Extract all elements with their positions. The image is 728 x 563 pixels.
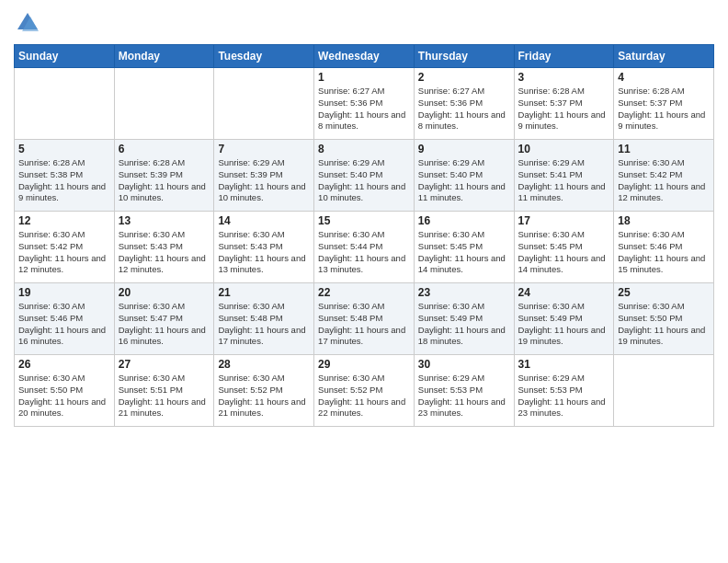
day-info: Sunrise: 6:30 AMSunset: 5:47 PMDaylight:… — [119, 301, 210, 348]
calendar-cell: 12Sunrise: 6:30 AMSunset: 5:42 PMDayligh… — [15, 212, 115, 283]
calendar-cell: 11Sunrise: 6:30 AMSunset: 5:42 PMDayligh… — [614, 140, 714, 212]
day-info: Sunrise: 6:28 AMSunset: 5:37 PMDaylight:… — [618, 86, 710, 132]
day-number: 26 — [18, 358, 110, 371]
calendar-table: SundayMondayTuesdayWednesdayThursdayFrid… — [14, 44, 714, 427]
calendar-cell: 26Sunrise: 6:30 AMSunset: 5:50 PMDayligh… — [15, 355, 115, 427]
day-info: Sunrise: 6:30 AMSunset: 5:46 PMDaylight:… — [18, 301, 110, 348]
weekday-header: Sunday — [15, 45, 115, 68]
weekday-header: Friday — [514, 45, 614, 68]
day-info: Sunrise: 6:30 AMSunset: 5:49 PMDaylight:… — [418, 301, 510, 348]
calendar-cell: 29Sunrise: 6:30 AMSunset: 5:52 PMDayligh… — [314, 355, 415, 427]
weekday-header: Thursday — [414, 45, 514, 68]
calendar-cell: 15Sunrise: 6:30 AMSunset: 5:44 PMDayligh… — [314, 212, 415, 283]
calendar-cell: 22Sunrise: 6:30 AMSunset: 5:48 PMDayligh… — [314, 283, 415, 355]
calendar-cell — [114, 68, 214, 140]
day-number: 14 — [218, 214, 310, 227]
day-number: 24 — [518, 286, 610, 299]
calendar-cell — [614, 355, 714, 427]
calendar-cell: 9Sunrise: 6:29 AMSunset: 5:40 PMDaylight… — [414, 140, 514, 212]
page: SundayMondayTuesdayWednesdayThursdayFrid… — [0, 0, 728, 563]
day-number: 15 — [318, 214, 410, 227]
day-info: Sunrise: 6:30 AMSunset: 5:51 PMDaylight:… — [119, 373, 210, 419]
logo — [14, 9, 45, 37]
day-number: 25 — [618, 286, 710, 299]
day-number: 31 — [518, 358, 610, 371]
day-number: 22 — [318, 286, 410, 299]
day-number: 5 — [18, 143, 110, 155]
calendar-cell: 16Sunrise: 6:30 AMSunset: 5:45 PMDayligh… — [414, 212, 514, 283]
day-info: Sunrise: 6:30 AMSunset: 5:44 PMDaylight:… — [318, 229, 410, 276]
day-info: Sunrise: 6:30 AMSunset: 5:46 PMDaylight:… — [618, 229, 710, 276]
calendar-cell: 21Sunrise: 6:30 AMSunset: 5:48 PMDayligh… — [214, 283, 314, 355]
calendar-cell: 24Sunrise: 6:30 AMSunset: 5:49 PMDayligh… — [514, 283, 614, 355]
calendar-header: SundayMondayTuesdayWednesdayThursdayFrid… — [15, 45, 714, 68]
day-info: Sunrise: 6:30 AMSunset: 5:49 PMDaylight:… — [518, 301, 610, 348]
day-number: 3 — [518, 71, 610, 84]
calendar-cell: 27Sunrise: 6:30 AMSunset: 5:51 PMDayligh… — [114, 355, 214, 427]
calendar-week-row: 5Sunrise: 6:28 AMSunset: 5:38 PMDaylight… — [15, 140, 714, 212]
day-info: Sunrise: 6:29 AMSunset: 5:40 PMDaylight:… — [418, 157, 510, 204]
calendar-cell: 8Sunrise: 6:29 AMSunset: 5:40 PMDaylight… — [314, 140, 415, 212]
day-number: 27 — [119, 358, 210, 371]
calendar-cell: 17Sunrise: 6:30 AMSunset: 5:45 PMDayligh… — [514, 212, 614, 283]
calendar-cell: 5Sunrise: 6:28 AMSunset: 5:38 PMDaylight… — [15, 140, 115, 212]
day-info: Sunrise: 6:29 AMSunset: 5:53 PMDaylight:… — [518, 373, 610, 419]
weekday-header: Monday — [114, 45, 214, 68]
day-info: Sunrise: 6:28 AMSunset: 5:37 PMDaylight:… — [518, 86, 610, 132]
calendar-cell: 20Sunrise: 6:30 AMSunset: 5:47 PMDayligh… — [114, 283, 214, 355]
day-info: Sunrise: 6:29 AMSunset: 5:53 PMDaylight:… — [418, 373, 510, 419]
day-number: 16 — [418, 214, 510, 227]
day-info: Sunrise: 6:29 AMSunset: 5:39 PMDaylight:… — [218, 157, 310, 204]
calendar-cell: 7Sunrise: 6:29 AMSunset: 5:39 PMDaylight… — [214, 140, 314, 212]
calendar-cell — [15, 68, 115, 140]
logo-icon — [14, 9, 41, 37]
day-number: 9 — [418, 143, 510, 155]
day-info: Sunrise: 6:29 AMSunset: 5:40 PMDaylight:… — [318, 157, 410, 204]
calendar-cell: 28Sunrise: 6:30 AMSunset: 5:52 PMDayligh… — [214, 355, 314, 427]
day-info: Sunrise: 6:30 AMSunset: 5:50 PMDaylight:… — [18, 373, 110, 419]
day-info: Sunrise: 6:27 AMSunset: 5:36 PMDaylight:… — [318, 86, 410, 132]
calendar-cell: 18Sunrise: 6:30 AMSunset: 5:46 PMDayligh… — [614, 212, 714, 283]
calendar-cell: 23Sunrise: 6:30 AMSunset: 5:49 PMDayligh… — [414, 283, 514, 355]
day-number: 13 — [119, 214, 210, 227]
calendar-cell: 13Sunrise: 6:30 AMSunset: 5:43 PMDayligh… — [114, 212, 214, 283]
calendar-cell: 31Sunrise: 6:29 AMSunset: 5:53 PMDayligh… — [514, 355, 614, 427]
day-number: 18 — [618, 214, 710, 227]
calendar-cell: 19Sunrise: 6:30 AMSunset: 5:46 PMDayligh… — [15, 283, 115, 355]
calendar-cell: 3Sunrise: 6:28 AMSunset: 5:37 PMDaylight… — [514, 68, 614, 140]
day-number: 30 — [418, 358, 510, 371]
day-number: 28 — [218, 358, 310, 371]
weekday-header-row: SundayMondayTuesdayWednesdayThursdayFrid… — [15, 45, 714, 68]
day-info: Sunrise: 6:28 AMSunset: 5:38 PMDaylight:… — [18, 157, 110, 204]
day-number: 10 — [518, 143, 610, 155]
day-info: Sunrise: 6:30 AMSunset: 5:45 PMDaylight:… — [418, 229, 510, 276]
day-number: 17 — [518, 214, 610, 227]
calendar-cell: 4Sunrise: 6:28 AMSunset: 5:37 PMDaylight… — [614, 68, 714, 140]
calendar-cell: 6Sunrise: 6:28 AMSunset: 5:39 PMDaylight… — [114, 140, 214, 212]
calendar-week-row: 1Sunrise: 6:27 AMSunset: 5:36 PMDaylight… — [15, 68, 714, 140]
day-info: Sunrise: 6:30 AMSunset: 5:42 PMDaylight:… — [618, 157, 710, 204]
weekday-header: Tuesday — [214, 45, 314, 68]
calendar-week-row: 19Sunrise: 6:30 AMSunset: 5:46 PMDayligh… — [15, 283, 714, 355]
day-info: Sunrise: 6:30 AMSunset: 5:48 PMDaylight:… — [218, 301, 310, 348]
calendar-cell: 14Sunrise: 6:30 AMSunset: 5:43 PMDayligh… — [214, 212, 314, 283]
day-number: 12 — [18, 214, 110, 227]
calendar-cell: 2Sunrise: 6:27 AMSunset: 5:36 PMDaylight… — [414, 68, 514, 140]
day-number: 8 — [318, 143, 410, 155]
day-info: Sunrise: 6:29 AMSunset: 5:41 PMDaylight:… — [518, 157, 610, 204]
calendar-week-row: 12Sunrise: 6:30 AMSunset: 5:42 PMDayligh… — [15, 212, 714, 283]
day-number: 4 — [618, 71, 710, 84]
header — [14, 9, 714, 37]
calendar-body: 1Sunrise: 6:27 AMSunset: 5:36 PMDaylight… — [15, 68, 714, 427]
calendar-cell: 30Sunrise: 6:29 AMSunset: 5:53 PMDayligh… — [414, 355, 514, 427]
day-number: 21 — [218, 286, 310, 299]
weekday-header: Wednesday — [314, 45, 415, 68]
day-info: Sunrise: 6:30 AMSunset: 5:43 PMDaylight:… — [119, 229, 210, 276]
day-number: 23 — [418, 286, 510, 299]
day-info: Sunrise: 6:30 AMSunset: 5:42 PMDaylight:… — [18, 229, 110, 276]
day-number: 6 — [119, 143, 210, 155]
day-number: 2 — [418, 71, 510, 84]
weekday-header: Saturday — [614, 45, 714, 68]
day-number: 19 — [18, 286, 110, 299]
day-info: Sunrise: 6:30 AMSunset: 5:52 PMDaylight:… — [318, 373, 410, 419]
